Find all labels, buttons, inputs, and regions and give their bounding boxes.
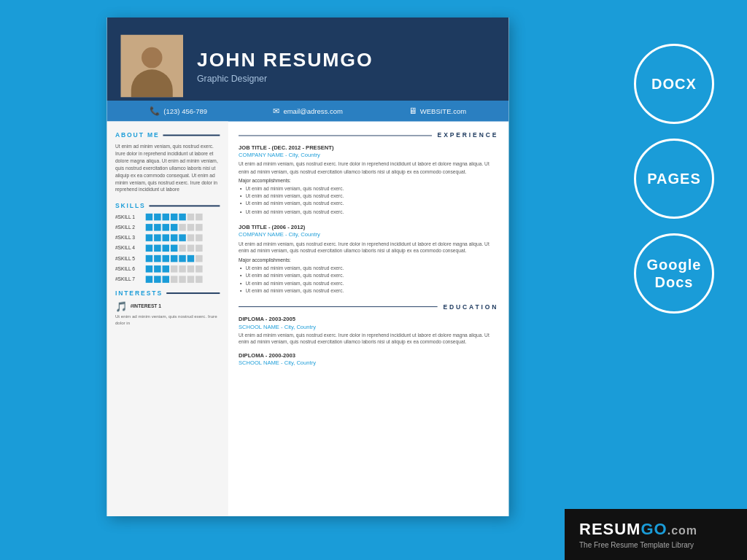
phone-icon: 📞 bbox=[150, 106, 160, 116]
email-text: email@adress.com bbox=[283, 107, 342, 114]
resume-header: JOHN RESUMGO Graphic Designer bbox=[107, 18, 509, 101]
skill-bar bbox=[163, 244, 170, 252]
skill-bar bbox=[179, 276, 186, 283]
resume-job-title: Graphic Designer bbox=[197, 73, 374, 83]
interest-icon-label: 🎵 #INTEREST 1 bbox=[115, 300, 220, 311]
skill-bar bbox=[171, 265, 178, 273]
company-name-2: COMPANY NAME - City, Country bbox=[239, 231, 498, 238]
person-head bbox=[142, 47, 163, 69]
skill-bar bbox=[187, 224, 195, 231]
skill-bar bbox=[187, 244, 195, 252]
pages-button[interactable]: PAGES bbox=[634, 139, 714, 219]
brand-com: .com bbox=[667, 524, 697, 537]
resume-right-column: EXPERIENCE JOB TITLE - (DEC. 2012 - PRES… bbox=[228, 122, 509, 517]
skill-row: #SKILL 6 bbox=[115, 265, 220, 273]
job-title-1: JOB TITLE - (DEC. 2012 - PRESENT) bbox=[239, 144, 498, 151]
school-name-2: SCHOOL NAME - City, Country bbox=[239, 359, 498, 366]
skill-bar bbox=[171, 213, 178, 220]
resume-name-area: JOHN RESUMGO Graphic Designer bbox=[197, 48, 374, 83]
skill-bar bbox=[146, 254, 153, 262]
website-text: WEBSITE.com bbox=[420, 107, 466, 114]
skills-section: SKILLS #SKILL 1#SKILL 2#SKILL 3#SKILL 4#… bbox=[115, 202, 220, 282]
skill-row: #SKILL 4 bbox=[115, 244, 220, 252]
accomplishment-item: Ut enim ad minim veniam, quis nostrud ex… bbox=[246, 279, 499, 287]
skill-bar bbox=[179, 254, 186, 262]
right-panel: DOCX PAGES GoogleDocs bbox=[601, 0, 747, 560]
accomplishments-list-2: Ut enim ad minim veniam, quis nostrud ex… bbox=[239, 264, 498, 295]
skill-bar bbox=[171, 244, 178, 252]
skill-bar bbox=[154, 254, 161, 262]
skill-row: #SKILL 7 bbox=[115, 276, 220, 283]
resume-preview-area: JOHN RESUMGO Graphic Designer 📞 (123) 45… bbox=[0, 0, 601, 560]
skill-row: #SKILL 3 bbox=[115, 234, 220, 241]
diploma-title-1: DIPLOMA - 2003-2005 bbox=[239, 316, 498, 322]
skill-bar bbox=[163, 234, 170, 241]
brand-tagline: The Free Resume Template Library bbox=[579, 541, 694, 549]
skill-label: #SKILL 6 bbox=[115, 266, 143, 271]
job-desc-2: Ut enim ad minim veniam, quis nostrud ex… bbox=[239, 241, 498, 255]
skill-bars bbox=[146, 224, 203, 231]
skill-bar bbox=[196, 254, 202, 262]
skill-bar bbox=[196, 265, 202, 273]
diploma-entry-1: DIPLOMA - 2003-2005 SCHOOL NAME - City, … bbox=[239, 316, 498, 346]
diploma-title-2: DIPLOMA - 2000-2003 bbox=[239, 351, 498, 358]
skill-bars bbox=[146, 234, 203, 241]
person-body bbox=[131, 69, 173, 97]
main-container: JOHN RESUMGO Graphic Designer 📞 (123) 45… bbox=[0, 0, 747, 560]
skill-bar bbox=[154, 234, 161, 241]
format-buttons: DOCX PAGES GoogleDocs bbox=[634, 44, 714, 314]
contact-email: ✉ email@adress.com bbox=[243, 106, 372, 116]
skill-bar bbox=[146, 265, 153, 273]
pages-label: PAGES bbox=[647, 170, 701, 187]
accomplishment-item: Ut enim ad minim veniam, quis nostrud ex… bbox=[246, 287, 499, 295]
skill-bars bbox=[146, 276, 203, 283]
docx-label: DOCX bbox=[651, 75, 697, 93]
skill-bar bbox=[179, 234, 186, 241]
skill-label: #SKILL 3 bbox=[115, 235, 143, 240]
interests-section: INTERESTS 🎵 #INTEREST 1 Ut enim ad minim… bbox=[115, 289, 220, 326]
skill-bar bbox=[171, 254, 178, 262]
docx-button[interactable]: DOCX bbox=[634, 44, 714, 124]
interest-name: #INTEREST 1 bbox=[131, 303, 161, 308]
skill-bars bbox=[146, 244, 203, 252]
education-title: EDUCATION bbox=[239, 303, 498, 311]
skill-bar bbox=[146, 224, 153, 231]
skill-bar bbox=[171, 224, 178, 231]
skill-bar bbox=[187, 213, 195, 220]
skill-bar bbox=[154, 224, 161, 231]
skill-bar bbox=[146, 213, 153, 220]
accomplishments-label-1: Major accomplishments: bbox=[239, 178, 498, 183]
skill-bar bbox=[187, 234, 195, 241]
about-text: Ut enim ad minim veniam, quis nostrud ex… bbox=[115, 143, 220, 194]
skill-bar bbox=[154, 276, 161, 283]
brand-name: RESUMGO.com bbox=[579, 520, 697, 539]
skill-bar bbox=[179, 213, 186, 220]
monitor-icon: 🖥 bbox=[409, 106, 417, 116]
skill-row: #SKILL 1 bbox=[115, 213, 220, 220]
accomplishment-item: Ut enim ad minim veniam, quis nostrud ex… bbox=[246, 264, 499, 272]
skill-label: #SKILL 1 bbox=[115, 214, 143, 219]
brand-resum: RESUM bbox=[579, 520, 640, 538]
accomplishment-item: Ut enim ad minim veniam, quis nostrud ex… bbox=[246, 200, 499, 208]
skill-bar bbox=[196, 244, 202, 252]
resume-body: ABOUT ME Ut enim ad minim veniam, quis n… bbox=[107, 122, 509, 517]
google-docs-button[interactable]: GoogleDocs bbox=[634, 233, 714, 314]
skill-bars bbox=[146, 265, 203, 273]
skill-bar bbox=[187, 265, 195, 273]
skill-bar bbox=[146, 244, 153, 252]
diploma-desc-1: Ut enim ad minim veniam, quis nostrud ex… bbox=[239, 332, 498, 346]
contact-phone: 📞 (123) 456-789 bbox=[114, 106, 243, 116]
skill-bar bbox=[154, 265, 161, 273]
skill-bar bbox=[154, 244, 161, 252]
interest-icon: 🎵 bbox=[115, 300, 127, 311]
skill-bar bbox=[154, 213, 161, 220]
skill-bar bbox=[171, 234, 178, 241]
company-name-1: COMPANY NAME - City, Country bbox=[239, 152, 498, 158]
skill-bar bbox=[163, 213, 170, 220]
accomplishment-item: Ut enim ad minim veniam, quis nostrud ex… bbox=[246, 184, 499, 192]
experience-title: EXPERIENCE bbox=[239, 132, 498, 139]
skill-bar bbox=[196, 276, 202, 283]
skill-bar bbox=[196, 213, 202, 220]
interest-desc: Ut enim ad minim veniam, quis nostrud ex… bbox=[115, 313, 220, 325]
job-entry-1: JOB TITLE - (DEC. 2012 - PRESENT) COMPAN… bbox=[239, 144, 498, 216]
